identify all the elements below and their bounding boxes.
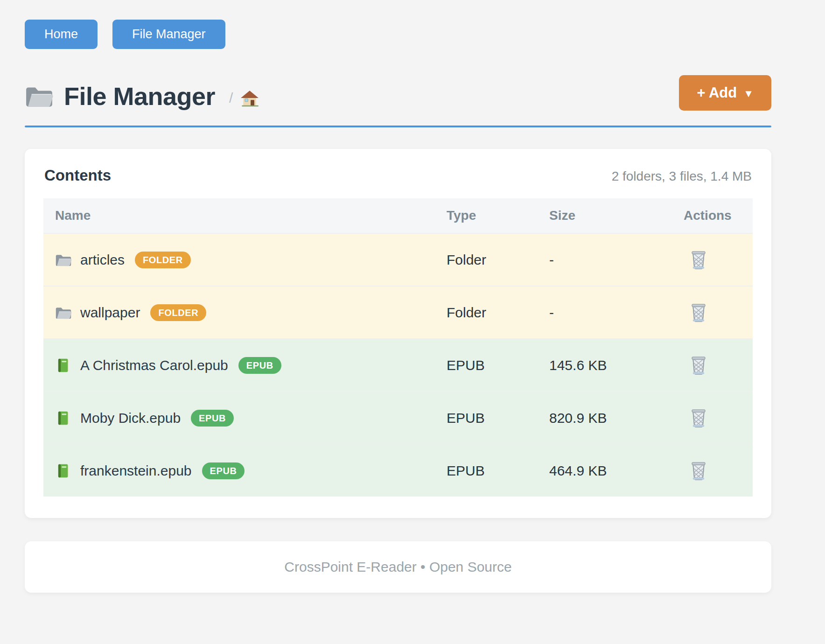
header-divider (25, 126, 771, 127)
trash-icon (690, 250, 707, 270)
table-row[interactable]: wallpaper FOLDER Folder - (43, 286, 753, 338)
page-header: File Manager / + Add ▼ (25, 82, 771, 111)
type-cell: Folder (447, 305, 549, 321)
type-badge: EPUB (191, 410, 234, 427)
delete-button[interactable] (688, 406, 709, 430)
type-cell: Folder (447, 252, 549, 268)
footer-text: CrossPoint E-Reader • Open Source (284, 559, 511, 575)
type-badge: FOLDER (150, 304, 206, 321)
size-cell: - (549, 252, 684, 268)
trash-icon (690, 303, 707, 322)
book-icon (55, 463, 72, 478)
type-cell: EPUB (447, 357, 549, 373)
column-header-type: Type (447, 208, 549, 223)
name-cell[interactable]: A Christmas Carol.epub EPUB (43, 357, 447, 374)
caret-down-icon: ▼ (743, 86, 754, 100)
column-header-name: Name (43, 208, 447, 223)
type-badge: EPUB (238, 357, 281, 374)
name-cell[interactable]: Moby Dick.epub EPUB (43, 410, 447, 427)
size-cell: 464.9 KB (549, 463, 684, 479)
column-header-actions: Actions (684, 208, 753, 223)
name-cell[interactable]: articles FOLDER (43, 252, 447, 268)
delete-button[interactable] (688, 354, 709, 377)
contents-card: Contents 2 folders, 3 files, 1.4 MB Name… (25, 149, 771, 518)
contents-summary: 2 folders, 3 files, 1.4 MB (612, 169, 752, 184)
folder-icon (55, 305, 72, 320)
actions-cell (684, 301, 753, 324)
delete-button[interactable] (688, 459, 709, 483)
book-icon (55, 411, 72, 426)
breadcrumb-separator: / (229, 90, 233, 106)
actions-cell (684, 248, 753, 272)
file-name[interactable]: articles (80, 252, 125, 268)
file-name[interactable]: A Christmas Carol.epub (80, 357, 228, 373)
column-header-size: Size (549, 208, 684, 223)
home-icon[interactable] (240, 90, 259, 107)
name-cell[interactable]: wallpaper FOLDER (43, 304, 447, 321)
trash-icon (690, 408, 707, 428)
nav-home-button[interactable]: Home (25, 20, 98, 49)
actions-cell (684, 406, 753, 430)
trash-icon (690, 356, 707, 375)
type-cell: EPUB (447, 410, 549, 426)
delete-button[interactable] (688, 248, 709, 272)
file-name[interactable]: wallpaper (80, 305, 140, 321)
actions-cell (684, 354, 753, 377)
book-icon (55, 358, 72, 373)
type-badge: FOLDER (135, 252, 191, 268)
delete-button[interactable] (688, 301, 709, 324)
trash-icon (690, 461, 707, 481)
folder-icon (25, 84, 54, 109)
size-cell: - (549, 305, 684, 321)
page: Home File Manager File Manager / + Add ▼… (25, 0, 771, 593)
folder-icon (55, 252, 72, 267)
add-button-label: + Add (697, 84, 737, 101)
top-nav: Home File Manager (25, 0, 771, 49)
type-badge: EPUB (202, 462, 245, 479)
table-row[interactable]: Moby Dick.epub EPUB EPUB 820.9 KB (43, 391, 753, 444)
page-title: File Manager (64, 82, 215, 111)
table-header-row: Name Type Size Actions (43, 198, 753, 233)
nav-file-manager-button[interactable]: File Manager (112, 20, 225, 49)
add-button[interactable]: + Add ▼ (679, 75, 771, 111)
contents-title: Contents (44, 167, 111, 184)
file-table: Name Type Size Actions articles FOLDER F… (43, 198, 753, 497)
actions-cell (684, 459, 753, 483)
table-row[interactable]: A Christmas Carol.epub EPUB EPUB 145.6 K… (43, 338, 753, 391)
size-cell: 820.9 KB (549, 410, 684, 426)
file-name[interactable]: frankenstein.epub (80, 463, 192, 479)
type-cell: EPUB (447, 463, 549, 479)
table-body: articles FOLDER Folder - wallpaper FOLDE… (43, 233, 753, 497)
footer: CrossPoint E-Reader • Open Source (25, 541, 771, 593)
contents-card-header: Contents 2 folders, 3 files, 1.4 MB (43, 167, 753, 184)
size-cell: 145.6 KB (549, 357, 684, 373)
table-row[interactable]: frankenstein.epub EPUB EPUB 464.9 KB (43, 444, 753, 497)
table-row[interactable]: articles FOLDER Folder - (43, 233, 753, 286)
name-cell[interactable]: frankenstein.epub EPUB (43, 462, 447, 479)
file-name[interactable]: Moby Dick.epub (80, 410, 181, 426)
